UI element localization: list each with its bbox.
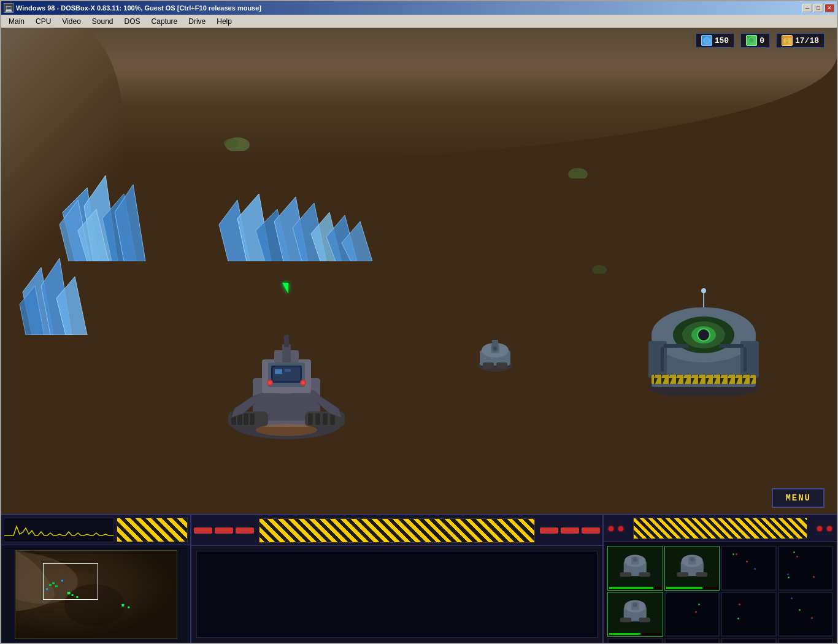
svg-rect-89 (128, 607, 129, 608)
menu-bar: MainCPUVideoSoundDOSCaptureDriveHelp (1, 15, 837, 28)
center-top-bar (191, 515, 602, 546)
led-1 (609, 526, 613, 531)
unit-slot-4[interactable] (607, 592, 663, 637)
unit-health-fill-4 (609, 633, 640, 635)
radar-dot (739, 604, 740, 605)
svg-rect-42 (284, 335, 289, 347)
indicator-red-6 (582, 527, 600, 534)
svg-rect-32 (323, 413, 328, 425)
svg-rect-104 (620, 618, 631, 622)
unit-slot-9 (664, 638, 720, 643)
indicator-red-4 (540, 527, 558, 534)
gas-value: 0 (759, 36, 764, 45)
svg-rect-105 (639, 618, 650, 622)
minimap-top-bar (1, 515, 190, 545)
minimap-viewport (43, 563, 98, 600)
mini-radar-5 (665, 592, 720, 636)
svg-rect-51 (483, 362, 494, 369)
command-display (196, 551, 598, 638)
menu-button[interactable]: MENU (772, 488, 825, 508)
unit-slot-1[interactable] (664, 546, 720, 591)
svg-point-95 (633, 557, 637, 561)
building-right (639, 286, 768, 396)
center-section (191, 515, 604, 643)
supply-value: 17/18 (795, 36, 819, 45)
svg-rect-28 (244, 413, 248, 425)
game-cursor (282, 283, 288, 294)
svg-rect-92 (620, 572, 631, 577)
gas-icon (746, 35, 757, 46)
menu-item-video[interactable]: Video (57, 16, 85, 27)
svg-rect-30 (308, 413, 313, 425)
svg-rect-72 (664, 344, 688, 348)
minimap[interactable] (15, 550, 177, 639)
indicator-red-1 (194, 527, 212, 534)
radar-dot (791, 597, 793, 599)
radar-dot (737, 618, 739, 619)
svg-rect-29 (250, 413, 255, 425)
svg-point-47 (301, 381, 305, 385)
radar-dot (698, 604, 700, 605)
radar-dot (732, 553, 734, 555)
mini-radar-7 (778, 592, 833, 636)
menu-item-dos[interactable]: DOS (120, 16, 145, 27)
radar-dot (736, 553, 737, 555)
svg-point-63 (698, 329, 710, 341)
title-text: Windows 98 - DOSBox-X 0.83.11: 100%, Gue… (16, 4, 261, 12)
svg-point-101 (690, 557, 694, 561)
svg-rect-98 (677, 572, 688, 577)
unit-health-fill-1 (666, 587, 702, 589)
svg-rect-77 (786, 37, 788, 40)
unit-slot-2 (721, 546, 777, 591)
radar-dot (811, 617, 813, 619)
indicator-red-3 (236, 527, 254, 534)
radar-dot (788, 577, 790, 578)
svg-rect-88 (121, 604, 124, 607)
minimize-button[interactable]: ─ (802, 4, 812, 12)
menu-item-sound[interactable]: Sound (87, 16, 118, 27)
menu-item-main[interactable]: Main (4, 16, 29, 27)
svg-marker-74 (704, 37, 710, 44)
bottom-hud (1, 514, 837, 643)
small-unit (474, 335, 517, 372)
svg-rect-31 (315, 413, 320, 425)
mini-radar-8 (608, 638, 663, 643)
mini-radar-6 (721, 592, 776, 636)
supply-icon (782, 35, 793, 46)
radar-dot (799, 609, 801, 611)
crystal-cluster-3 (216, 188, 375, 261)
title-bar: 💻 Windows 98 - DOSBox-X 0.83.11: 100%, G… (1, 1, 837, 15)
unit-health-bar-container-0 (609, 587, 661, 589)
game-area[interactable]: 150 0 17/18 (1, 28, 837, 643)
menu-item-cpu[interactable]: CPU (31, 16, 56, 27)
svg-point-43 (256, 424, 317, 436)
hud-resources: 150 0 17/18 (696, 33, 825, 48)
mineral-resource: 150 (696, 33, 734, 48)
svg-point-46 (268, 381, 272, 385)
unit-slot-7 (778, 592, 834, 637)
maximize-button[interactable]: □ (813, 4, 823, 12)
radar-dot (787, 573, 789, 575)
svg-rect-99 (696, 572, 707, 577)
right-top-bar (604, 515, 837, 542)
led-4 (827, 526, 832, 531)
svg-rect-39 (285, 369, 291, 372)
close-button[interactable]: ✕ (825, 4, 834, 12)
svg-point-56 (493, 347, 497, 350)
mini-radar-3 (778, 546, 833, 590)
menu-item-drive[interactable]: Drive (183, 16, 210, 27)
rocks-1 (222, 132, 253, 151)
menu-item-capture[interactable]: Capture (147, 16, 183, 27)
minimap-container (1, 545, 190, 643)
radar-dot (793, 551, 795, 553)
svg-rect-52 (496, 362, 507, 369)
right-hazard-bar (633, 518, 807, 539)
unit-slot-0[interactable] (607, 546, 663, 591)
mineral-icon (701, 35, 712, 46)
unit-slot-11 (778, 638, 834, 643)
unit-slot-3 (778, 546, 834, 591)
hazard-bar-center (259, 518, 535, 543)
hazard-stripes (117, 518, 188, 542)
window-icon: 💻 (4, 3, 13, 13)
menu-item-help[interactable]: Help (212, 16, 237, 27)
